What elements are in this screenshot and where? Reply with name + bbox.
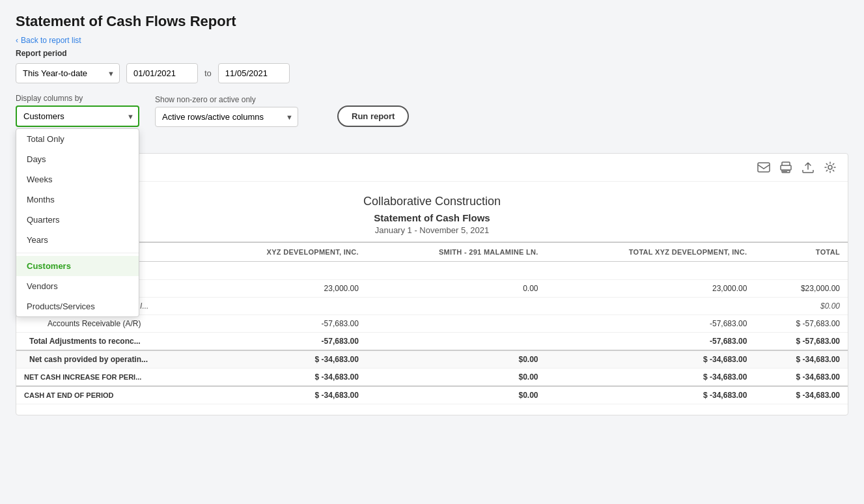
dropdown-item-months[interactable]: Months [16, 189, 139, 210]
settings-icon[interactable] [823, 160, 837, 175]
dropdown-item-vendors[interactable]: Vendors [16, 276, 139, 296]
columns-label: Display columns by [16, 94, 139, 103]
row-smith-adjustments [367, 298, 546, 315]
date-from-input[interactable] [126, 63, 198, 83]
row-total-total-adj: $ -57,683.00 [755, 333, 848, 351]
section-label-operating: ▾OPERATING ACTIVITIES [16, 262, 848, 280]
row-total-net-income: $23,000.00 [755, 280, 848, 298]
table-header-row: XYZ DEVELOPMENT, INC. SMITH - 291 MALAMI… [16, 242, 848, 262]
row-total-xyz-net-cash-op: $ -34,683.00 [546, 350, 755, 369]
page-title: Statement of Cash Flows Report [16, 13, 848, 30]
dropdown-item-years[interactable]: Years [16, 230, 139, 250]
company-name: Collaborative Construction [27, 195, 837, 208]
svg-rect-3 [781, 165, 791, 170]
svg-rect-0 [758, 163, 770, 172]
row-total-xyz-ar: -57,683.00 [546, 315, 755, 333]
nonzero-field-group: Show non-zero or active only Active rows… [155, 95, 298, 127]
row-label-cash-end: CASH AT END OF PERIOD [16, 386, 199, 404]
row-total-ar: $ -57,683.00 [755, 315, 848, 333]
columns-select-wrapper: Customers Total Only Days Weeks Months Q… [16, 105, 139, 127]
row-xyz-dev-adjustments [199, 298, 367, 315]
report-area: Sort ▾ Add notes [16, 153, 848, 415]
row-smith-cash-end: $0.00 [367, 386, 546, 404]
row-label-net-cash-op: Net cash provided by operatin... [16, 350, 199, 369]
row-total-xyz-net-cash-increase: $ -34,683.00 [546, 369, 755, 387]
table-row-net-cash-increase: NET CASH INCREASE FOR PERI... $ -34,683.… [16, 369, 848, 387]
date-to-input[interactable] [218, 63, 290, 83]
row-total-xyz-net-income: 23,000.00 [546, 280, 755, 298]
table-row: Accounts Receivable (A/R) -57,683.00 -57… [16, 315, 848, 333]
row-xyz-dev-total-adj: -57,683.00 [199, 333, 367, 351]
dropdown-item-quarters[interactable]: Quarters [16, 210, 139, 230]
row-total-cash-end: $ -34,683.00 [755, 386, 848, 404]
nonzero-label: Show non-zero or active only [155, 95, 298, 104]
report-header: Collaborative Construction Statement of … [16, 182, 848, 242]
back-to-report-list-link[interactable]: ‹ Back to report list [16, 36, 81, 45]
table-row-cash-end: CASH AT END OF PERIOD $ -34,683.00 $0.00… [16, 386, 848, 404]
columns-dropdown: Total Only Days Weeks Months Quarters Ye… [16, 128, 139, 317]
period-select-wrapper: This Year-to-date This Month This Quarte… [16, 63, 120, 83]
report-date-range: January 1 - November 5, 2021 [27, 225, 837, 235]
table-row: ▾Adjustments to reconcile Net I... $0.00 [16, 298, 848, 315]
row-smith-total-adj [367, 333, 546, 351]
columns-field-group: Display columns by Customers Total Only … [16, 94, 139, 127]
columns-select[interactable]: Customers Total Only Days Weeks Months Q… [16, 105, 139, 127]
table-row-total-adjustments: Total Adjustments to reconc... -57,683.0… [16, 333, 848, 351]
report-toolbar: Sort ▾ Add notes [16, 154, 848, 182]
row-xyz-dev-ar: -57,683.00 [199, 315, 367, 333]
chevron-left-icon: ‹ [16, 36, 18, 45]
svg-rect-4 [783, 170, 789, 171]
report-title: Statement of Cash Flows [27, 212, 837, 223]
dropdown-item-weeks[interactable]: Weeks [16, 169, 139, 189]
row-xyz-dev-net-cash-increase: $ -34,683.00 [199, 369, 367, 387]
report-period-label: Report period [16, 49, 848, 58]
row-label-total-adjustments: Total Adjustments to reconc... [16, 333, 199, 351]
dropdown-item-products-services[interactable]: Products/Services [16, 296, 139, 316]
display-columns-row: Display columns by Customers Total Only … [16, 94, 848, 127]
row-smith-ar [367, 315, 546, 333]
period-controls-row: This Year-to-date This Month This Quarte… [16, 63, 848, 83]
svg-point-6 [828, 165, 832, 169]
row-label-net-cash-increase: NET CASH INCREASE FOR PERI... [16, 369, 199, 387]
col-header-total-xyz: TOTAL XYZ DEVELOPMENT, INC. [546, 242, 755, 262]
svg-rect-5 [783, 171, 787, 172]
row-total-net-cash-increase: $ -34,683.00 [755, 369, 848, 387]
row-smith-net-cash-op: $0.00 [367, 350, 546, 369]
export-icon[interactable] [801, 160, 815, 175]
row-label-ar: Accounts Receivable (A/R) [16, 315, 199, 333]
report-table: XYZ DEVELOPMENT, INC. SMITH - 291 MALAMI… [16, 242, 848, 404]
nonzero-select-wrapper: Active rows/active columns Non-zero Acti… [155, 107, 298, 127]
col-header-smith: SMITH - 291 MALAMINE LN. [367, 242, 546, 262]
section-header-operating: ▾OPERATING ACTIVITIES [16, 262, 848, 280]
table-row: Net Income 23,000.00 0.00 23,000.00 $23,… [16, 280, 848, 298]
row-total-xyz-cash-end: $ -34,683.00 [546, 386, 755, 404]
row-total-adjustments: $0.00 [755, 298, 848, 315]
table-row-net-cash-operating: Net cash provided by operatin... $ -34,6… [16, 350, 848, 369]
row-smith-net-cash-increase: $0.00 [367, 369, 546, 387]
print-icon[interactable] [779, 160, 793, 175]
row-total-xyz-adjustments [546, 298, 755, 315]
dropdown-item-total-only[interactable]: Total Only [16, 129, 139, 149]
col-header-xyz-dev: XYZ DEVELOPMENT, INC. [199, 242, 367, 262]
toolbar-right [757, 160, 837, 175]
to-label: to [204, 68, 212, 78]
row-smith-net-income: 0.00 [367, 280, 546, 298]
row-xyz-dev-net-cash-op: $ -34,683.00 [199, 350, 367, 369]
run-report-button[interactable]: Run report [337, 105, 409, 127]
row-xyz-dev-net-income: 23,000.00 [199, 280, 367, 298]
row-xyz-dev-cash-end: $ -34,683.00 [199, 386, 367, 404]
row-total-net-cash-op: $ -34,683.00 [755, 350, 848, 369]
email-icon[interactable] [757, 160, 771, 175]
row-total-xyz-total-adj: -57,683.00 [546, 333, 755, 351]
nonzero-select[interactable]: Active rows/active columns Non-zero Acti… [155, 107, 298, 127]
period-select[interactable]: This Year-to-date This Month This Quarte… [16, 63, 120, 83]
dropdown-item-days[interactable]: Days [16, 149, 139, 169]
col-header-total: TOTAL [755, 242, 848, 262]
dropdown-item-customers[interactable]: Customers [16, 256, 139, 276]
